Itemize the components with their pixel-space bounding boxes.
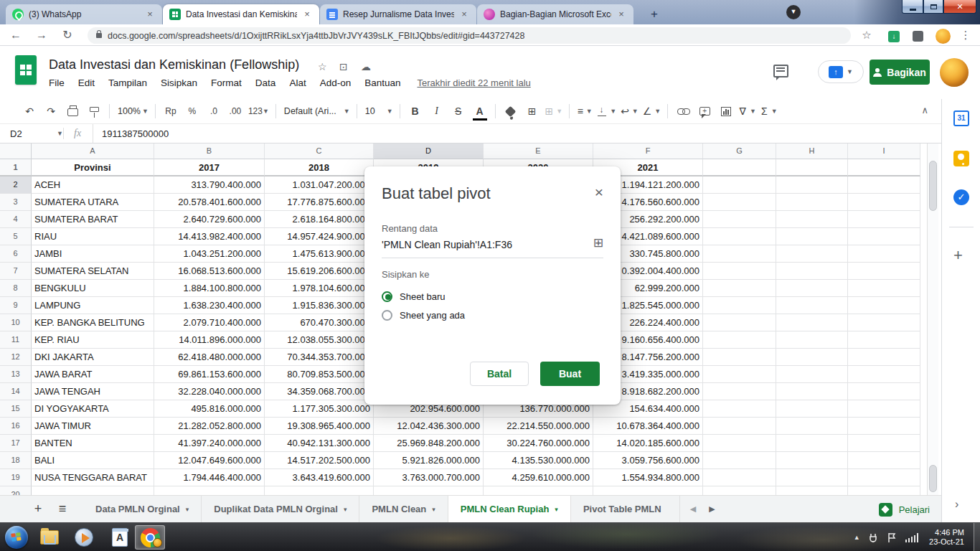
cell[interactable] (848, 452, 920, 469)
document-title[interactable]: Data Investasi dan Kemiskinan (Fellowshi… (49, 57, 299, 72)
cell[interactable]: DKI JAKARTA (32, 349, 154, 366)
merge-cells-icon[interactable]: ⊞▼ (545, 103, 563, 120)
cell[interactable] (776, 176, 848, 194)
cell[interactable]: 12.047.649.600.000 (154, 452, 265, 469)
cell[interactable] (776, 366, 848, 383)
vertical-scrollbar[interactable] (927, 143, 938, 495)
power-plug-icon[interactable] (868, 532, 879, 543)
cell[interactable] (703, 176, 776, 194)
taskbar-wordpad-button[interactable]: A (105, 525, 135, 550)
menu-item[interactable]: Tampilan (108, 77, 147, 88)
cell[interactable]: 1.043.251.200.000 (154, 245, 265, 263)
select-range-icon[interactable]: ⊞ (593, 235, 603, 250)
borders-icon[interactable]: ⊞ (524, 103, 541, 120)
cell[interactable] (703, 400, 776, 418)
name-box[interactable]: D2 ▼ (0, 128, 63, 139)
cell[interactable] (848, 366, 920, 383)
cell[interactable]: LAMPUNG (32, 297, 154, 314)
column-header[interactable]: C (265, 143, 374, 159)
cell[interactable] (848, 418, 920, 435)
cell[interactable] (703, 435, 776, 452)
cell[interactable] (776, 263, 848, 280)
reload-icon[interactable]: ↻ (59, 27, 76, 44)
insert-link-icon[interactable] (674, 103, 692, 120)
cell[interactable] (484, 486, 593, 495)
taskbar-clock[interactable]: 4:46 PM 23-Oct-21 (929, 528, 964, 547)
cell[interactable] (848, 263, 920, 280)
text-wrap-icon[interactable]: ↩▼ (621, 103, 639, 120)
add-sheet-icon[interactable]: + (26, 496, 50, 522)
cell[interactable]: 1.177.305.300.000 (265, 400, 374, 418)
cell[interactable]: 3.643.419.600.000 (265, 469, 374, 486)
cell[interactable]: 1.915.836.300.000 (265, 297, 374, 314)
cell[interactable]: NUSA TENGGARA BARAT (32, 469, 154, 486)
menu-item[interactable]: Add-on (320, 77, 352, 88)
cell[interactable]: 70.344.353.700.000 (265, 349, 374, 366)
cell[interactable] (265, 486, 374, 495)
browser-menu-icon[interactable]: ⋮ (958, 29, 973, 42)
cell[interactable]: 62.418.480.000.000 (154, 349, 265, 366)
radio-option[interactable]: Sheet yang ada (382, 306, 465, 324)
paint-format-icon[interactable] (85, 103, 103, 120)
increase-decimal-button[interactable]: .00 (227, 103, 244, 120)
browser-profile-avatar[interactable] (936, 29, 951, 44)
explore-button[interactable]: Pelajari (879, 496, 930, 523)
cell[interactable] (848, 280, 920, 297)
keep-icon[interactable] (953, 151, 969, 166)
browser-tab[interactable]: Data Investasi dan Kemiskinan (F × (163, 4, 319, 24)
cell[interactable] (848, 159, 920, 176)
column-header[interactable]: B (154, 143, 265, 159)
strikethrough-button[interactable]: S (450, 103, 467, 120)
format-percent-button[interactable]: % (184, 103, 201, 120)
calendar-icon[interactable]: 31 (953, 110, 969, 126)
cell[interactable]: 2018 (265, 159, 374, 176)
cell[interactable]: 30.224.760.000.000 (484, 435, 593, 452)
more-formats-button[interactable]: 123▼ (248, 103, 269, 120)
cell[interactable] (776, 383, 848, 400)
cell[interactable]: 40.942.131.300.000 (265, 435, 374, 452)
cell[interactable] (154, 486, 265, 495)
insert-comment-icon[interactable]: + (696, 103, 713, 120)
functions-icon[interactable]: Σ▼ (760, 103, 778, 120)
all-sheets-icon[interactable]: ≡ (50, 496, 75, 522)
cell[interactable]: 1.978.104.600.000 (265, 280, 374, 297)
horizontal-align-icon[interactable]: ≡▼ (576, 103, 593, 120)
menu-item[interactable]: Format (211, 77, 242, 88)
star-document-icon[interactable]: ☆ (318, 61, 327, 72)
cell[interactable] (848, 349, 920, 366)
cell[interactable]: BALI (32, 452, 154, 469)
cell[interactable]: 4.259.610.000.000 (484, 469, 593, 486)
browser-tab[interactable]: Bagian-Bagian Microsoft Excel Be × (477, 4, 633, 24)
row-header[interactable]: 13 (0, 366, 32, 383)
column-header[interactable]: D (374, 143, 484, 159)
cell[interactable]: 19.308.965.400.000 (265, 418, 374, 435)
cell[interactable]: 3.059.756.600.000 (593, 452, 703, 469)
cell[interactable]: 17.776.875.600.000 (265, 194, 374, 211)
row-header[interactable]: 3 (0, 194, 32, 211)
cell[interactable] (848, 435, 920, 452)
cell[interactable]: BANTEN (32, 435, 154, 452)
row-header[interactable]: 14 (0, 383, 32, 400)
text-color-button[interactable]: A (471, 103, 489, 120)
data-range-input[interactable]: 'PMLN Clean Rupiah'!A1:F36 (382, 239, 512, 250)
formula-input[interactable]: 1911387500000 (93, 124, 941, 143)
cell[interactable]: 2.618.164.800.000 (265, 211, 374, 228)
scrollbar-thumb[interactable] (929, 161, 937, 211)
browser-tab[interactable]: (3) WhatsApp × (6, 4, 162, 24)
cell[interactable] (703, 211, 776, 228)
cell[interactable]: 1.554.934.800.000 (593, 469, 703, 486)
cell[interactable] (848, 176, 920, 194)
tab-close-icon[interactable]: × (144, 9, 156, 20)
cell[interactable]: 670.470.300.000 (265, 314, 374, 331)
account-avatar[interactable] (940, 58, 969, 87)
cell[interactable]: 14.413.982.400.000 (154, 228, 265, 245)
new-tab-button[interactable]: + (644, 9, 664, 20)
fill-color-icon[interactable] (502, 103, 519, 120)
sheet-tab[interactable]: PMLN Clean Rupiah ▾ (448, 496, 571, 522)
filter-icon[interactable]: ∇▼ (739, 103, 756, 120)
cell[interactable] (703, 280, 776, 297)
add-addon-icon[interactable]: + (953, 248, 963, 263)
cell[interactable] (776, 435, 848, 452)
column-header[interactable]: I (848, 143, 920, 159)
cell[interactable] (703, 194, 776, 211)
